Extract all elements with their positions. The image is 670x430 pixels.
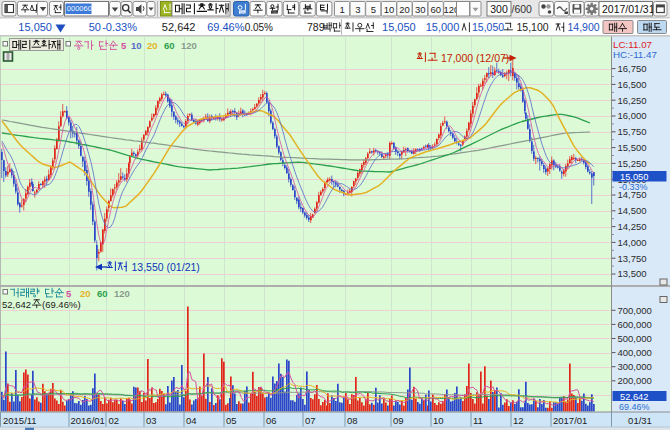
svg-text:789: 789 (307, 21, 325, 33)
svg-text:-0.33%: -0.33% (619, 182, 648, 192)
svg-text:300: 300 (490, 3, 508, 15)
svg-text:120: 120 (181, 40, 197, 51)
svg-text:69.46%: 69.46% (207, 21, 245, 33)
svg-text:69.46%: 69.46% (619, 402, 650, 412)
svg-text:2015/11: 2015/11 (3, 415, 37, 426)
svg-text:10: 10 (433, 415, 444, 426)
svg-text:16,750: 16,750 (618, 63, 647, 74)
svg-text:60: 60 (431, 4, 442, 15)
svg-text:06: 06 (266, 415, 277, 426)
svg-text:14,250: 14,250 (618, 221, 647, 232)
svg-text:600,000: 600,000 (618, 319, 652, 330)
svg-text:-0.33%: -0.33% (102, 21, 137, 33)
svg-text:20: 20 (399, 4, 410, 15)
svg-text:15,050: 15,050 (620, 172, 648, 182)
svg-text:13,550 (01/21): 13,550 (01/21) (132, 261, 200, 273)
svg-text:1: 1 (340, 4, 345, 15)
svg-text:000060: 000060 (67, 4, 92, 13)
svg-text:15,500: 15,500 (618, 142, 647, 153)
svg-text:13,500: 13,500 (618, 268, 647, 279)
svg-text:10: 10 (131, 40, 142, 51)
svg-text:52,642: 52,642 (2, 299, 31, 310)
svg-text:16,500: 16,500 (618, 79, 647, 90)
svg-text:15,050: 15,050 (472, 21, 504, 33)
svg-text:15,000: 15,000 (426, 21, 460, 33)
svg-text:20: 20 (147, 40, 158, 51)
svg-text:3: 3 (355, 4, 360, 15)
svg-text:12: 12 (513, 415, 524, 426)
svg-text:700,000: 700,000 (618, 305, 652, 316)
svg-text:15,050: 15,050 (18, 21, 52, 33)
svg-text:09: 09 (393, 415, 404, 426)
svg-text:15,100: 15,100 (517, 21, 549, 33)
svg-text:5: 5 (121, 40, 127, 51)
svg-text:2017/01/31: 2017/01/31 (602, 3, 655, 15)
svg-text:2016/01: 2016/01 (71, 415, 105, 426)
svg-text:HC:-11.47: HC:-11.47 (613, 49, 657, 60)
svg-text:07: 07 (305, 415, 316, 426)
svg-text:14,000: 14,000 (618, 237, 647, 248)
svg-text:16,000: 16,000 (618, 110, 647, 121)
svg-text:60: 60 (164, 40, 175, 51)
svg-text:04: 04 (186, 415, 197, 426)
svg-text:(69.46%): (69.46%) (42, 299, 81, 310)
svg-text:14,900: 14,900 (568, 21, 600, 33)
svg-text:50: 50 (89, 21, 101, 33)
svg-text:13,750: 13,750 (618, 253, 647, 264)
svg-text:15,050: 15,050 (382, 21, 416, 33)
svg-text:200,000: 200,000 (618, 375, 652, 386)
svg-text:05: 05 (226, 415, 237, 426)
svg-text:15,250: 15,250 (618, 158, 647, 169)
svg-text:08: 08 (347, 415, 358, 426)
svg-text:15,750: 15,750 (618, 126, 647, 137)
svg-text:20: 20 (80, 288, 91, 299)
svg-text:14,500: 14,500 (618, 205, 647, 216)
svg-text:/600: /600 (512, 3, 533, 15)
svg-text:52,642: 52,642 (620, 392, 648, 402)
svg-text:01/31: 01/31 (628, 415, 652, 426)
svg-text:16,250: 16,250 (618, 95, 647, 106)
svg-text:5: 5 (371, 4, 376, 15)
svg-text:500,000: 500,000 (618, 333, 652, 344)
svg-text:17,000 (12/07): 17,000 (12/07) (441, 52, 509, 64)
svg-text:5: 5 (66, 288, 72, 299)
svg-text:11: 11 (473, 415, 483, 426)
svg-text:0.05%: 0.05% (245, 22, 273, 33)
svg-text:120: 120 (114, 288, 130, 299)
svg-text:10: 10 (384, 4, 395, 15)
svg-text:03: 03 (146, 415, 157, 426)
svg-text:30: 30 (415, 4, 426, 15)
svg-text:52,642: 52,642 (162, 21, 196, 33)
svg-text:60: 60 (97, 288, 108, 299)
svg-text:02: 02 (109, 415, 120, 426)
svg-text:2017/01: 2017/01 (553, 415, 587, 426)
svg-text:300,000: 300,000 (618, 361, 652, 372)
svg-text:400,000: 400,000 (618, 347, 652, 358)
